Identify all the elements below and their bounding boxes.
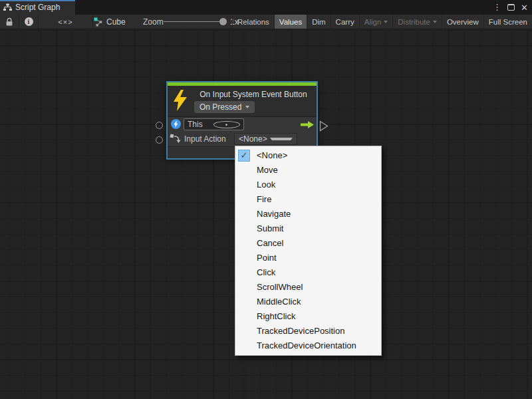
- graph-node-icon: [94, 17, 103, 27]
- output-exec-port[interactable]: [319, 120, 329, 132]
- window-controls: ⋮ ✕: [493, 0, 532, 15]
- script-graph-window: Script Graph ⋮ ✕ i <×>: [0, 0, 532, 399]
- flow-arrow-icon: [301, 121, 314, 128]
- lightning-bolt-icon: [172, 89, 188, 112]
- menu-item-point[interactable]: Point: [235, 251, 381, 265]
- chevron-down-icon: [245, 106, 249, 108]
- chevron-down-icon: [270, 138, 293, 140]
- this-target-field[interactable]: This: [184, 118, 244, 130]
- chevron-down-icon: [433, 21, 437, 23]
- gameobject-event-icon: [171, 119, 181, 129]
- chevron-down-icon: [384, 21, 388, 23]
- input-action-dropdown[interactable]: <None>: [234, 133, 297, 145]
- object-picker-icon[interactable]: [213, 121, 241, 128]
- toolbar-button-overview[interactable]: Overview: [442, 15, 483, 29]
- toolbar-button-dim[interactable]: Dim: [307, 15, 330, 29]
- info-icon: i: [25, 17, 33, 26]
- menu-item-rightclick[interactable]: RightClick: [235, 309, 381, 324]
- window-tabbar: Script Graph ⋮ ✕: [0, 0, 532, 15]
- node-header: On Input System Event Button On Pressed: [168, 86, 317, 116]
- this-port-row: This: [168, 117, 317, 132]
- breadcrumb-graph-name: Cube: [106, 17, 126, 27]
- toolbar-button-relations[interactable]: Relations: [232, 15, 274, 29]
- node-title: On Input System Event Button: [192, 90, 315, 99]
- check-icon: ✓: [238, 150, 250, 162]
- input-action-port-row: Input Action <None>: [168, 132, 317, 146]
- graph-icon: [3, 3, 12, 11]
- tab-script-graph[interactable]: Script Graph: [0, 0, 75, 15]
- input-action-label: Input Action: [184, 132, 226, 146]
- menu-item-click[interactable]: Click: [235, 265, 381, 280]
- toolbar-button-carry[interactable]: Carry: [331, 15, 359, 29]
- input-action-menu: ✓ <None> Move Look Fire Navigate Submit …: [235, 146, 382, 356]
- input-action-icon: [170, 134, 182, 144]
- menu-item-trackeddeviceorientation[interactable]: TrackedDeviceOrientation: [235, 338, 381, 353]
- menu-item-move[interactable]: Move: [235, 163, 381, 178]
- menu-item-none[interactable]: ✓ <None>: [235, 148, 381, 163]
- zoom-slider-track[interactable]: [164, 21, 223, 22]
- event-type-dropdown[interactable]: On Pressed: [194, 101, 255, 113]
- info-button[interactable]: i: [19, 15, 39, 29]
- tab-title: Script Graph: [15, 3, 60, 12]
- toolbar-button-distribute[interactable]: Distribute: [392, 15, 442, 29]
- active-tab-accent: [0, 0, 75, 1]
- input-port-action[interactable]: [156, 136, 163, 144]
- menu-item-middleclick[interactable]: MiddleClick: [235, 295, 381, 309]
- maximize-icon[interactable]: [507, 4, 515, 11]
- breadcrumb[interactable]: Cube: [94, 15, 126, 29]
- menu-item-trackeddeviceposition[interactable]: TrackedDevicePosition: [235, 324, 381, 338]
- toolbar-button-align[interactable]: Align: [359, 15, 393, 29]
- close-icon[interactable]: ✕: [521, 3, 528, 13]
- zoom-slider-handle[interactable]: [219, 18, 227, 25]
- menu-item-navigate[interactable]: Navigate: [235, 207, 381, 221]
- menu-item-look[interactable]: Look: [235, 178, 381, 192]
- zoom-label: Zoom: [143, 15, 164, 29]
- menu-item-cancel[interactable]: Cancel: [235, 236, 381, 251]
- lock-icon: [5, 17, 13, 27]
- menu-item-scrollwheel[interactable]: ScrollWheel: [235, 280, 381, 295]
- lock-button[interactable]: [0, 15, 19, 29]
- window-menu-icon[interactable]: ⋮: [493, 0, 501, 15]
- graph-toolbar: i <×> Cube Zoom 1x Relations Values Dim …: [0, 15, 532, 29]
- edit-graph-button[interactable]: <×>: [39, 15, 93, 29]
- graph-canvas[interactable]: On Input System Event Button On Pressed …: [0, 29, 532, 399]
- view-options-group: Relations Values Dim Carry Align Distrib…: [232, 15, 532, 29]
- input-port-this[interactable]: [156, 122, 163, 129]
- menu-item-submit[interactable]: Submit: [235, 221, 381, 236]
- code-brackets-icon: <×>: [58, 18, 72, 26]
- menu-item-fire[interactable]: Fire: [235, 192, 381, 207]
- toolbar-button-values[interactable]: Values: [274, 15, 307, 29]
- toolbar-button-fullscreen[interactable]: Full Screen: [483, 15, 532, 29]
